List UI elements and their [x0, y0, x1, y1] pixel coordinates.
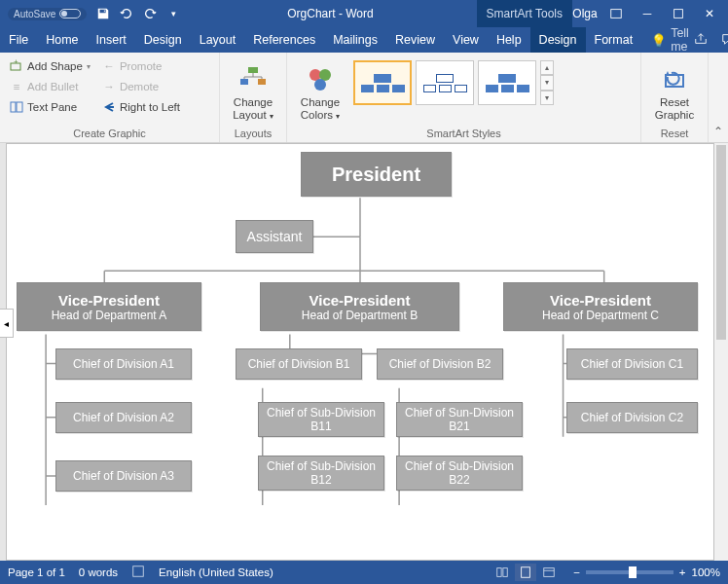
- node-b11[interactable]: Chief of Sub-Division B11: [258, 402, 384, 437]
- rtl-button[interactable]: Right to Left: [98, 97, 184, 117]
- save-icon[interactable]: [92, 3, 114, 24]
- minimize-icon[interactable]: ─: [635, 3, 660, 24]
- node-c1[interactable]: Chief of Division C1: [566, 348, 698, 380]
- view-read-icon[interactable]: [491, 564, 513, 581]
- style-thumb-2[interactable]: [416, 60, 474, 105]
- zoom-in-button[interactable]: +: [679, 566, 686, 578]
- vp-c-sub: Head of Department C: [542, 309, 659, 322]
- qat-more-icon[interactable]: ▾: [163, 3, 184, 24]
- proofing-icon[interactable]: [131, 565, 145, 580]
- scroll-up-icon[interactable]: ▴: [540, 60, 554, 75]
- zoom-slider[interactable]: [586, 570, 673, 574]
- tab-design[interactable]: Design: [135, 27, 191, 53]
- change-layout-label: ChangeLayout ▾: [233, 96, 273, 121]
- node-vp-c[interactable]: Vice-PresidentHead of Department C: [503, 282, 698, 331]
- view-print-icon[interactable]: [515, 564, 536, 581]
- add-shape-icon: +: [10, 59, 23, 73]
- tab-review[interactable]: Review: [386, 27, 444, 53]
- vertical-scrollbar[interactable]: [714, 143, 728, 561]
- demote-button: →Demote: [98, 77, 184, 96]
- node-b12[interactable]: Chief of Sub-Division B12: [258, 456, 384, 491]
- user-name[interactable]: Olga: [572, 3, 598, 24]
- styles-gallery: ▴▾▾: [351, 56, 556, 127]
- zoom-level[interactable]: 100%: [692, 566, 720, 578]
- undo-icon[interactable]: [116, 3, 137, 24]
- redo-icon[interactable]: [139, 3, 161, 24]
- reset-graphic-button[interactable]: ResetGraphic: [647, 56, 702, 127]
- promote-icon: ←: [102, 59, 116, 73]
- style-thumb-3[interactable]: [478, 60, 536, 105]
- tab-smartart-format[interactable]: Format: [586, 27, 642, 53]
- add-shape-button[interactable]: +Add Shape ▾: [6, 56, 94, 76]
- svg-rect-6: [248, 67, 258, 73]
- scroll-down-icon[interactable]: ▾: [540, 75, 554, 90]
- node-a2[interactable]: Chief of Division A2: [55, 402, 192, 433]
- maximize-icon[interactable]: [666, 3, 691, 24]
- a2-label: Chief of Division A2: [73, 411, 174, 424]
- status-language[interactable]: English (United States): [159, 566, 273, 578]
- node-c2[interactable]: Chief of Division C2: [566, 402, 698, 433]
- page[interactable]: President Assistant Vice-PresidentHead o…: [6, 143, 714, 561]
- view-web-icon[interactable]: [538, 564, 560, 581]
- tab-view[interactable]: View: [444, 27, 488, 53]
- vp-b-sub: Head of Department B: [302, 309, 418, 322]
- lightbulb-icon: 💡: [651, 33, 667, 48]
- zoom-out-button[interactable]: −: [573, 566, 580, 578]
- zoom-control: − + 100%: [573, 566, 720, 578]
- tab-file[interactable]: File: [0, 27, 37, 53]
- zoom-knob[interactable]: [629, 566, 637, 578]
- node-a3[interactable]: Chief of Division A3: [55, 460, 192, 492]
- text-pane-button[interactable]: Text Pane: [6, 97, 94, 117]
- style-thumb-1[interactable]: [353, 60, 412, 105]
- svg-text:+: +: [14, 59, 18, 66]
- autosave-toggle[interactable]: AutoSave: [8, 8, 87, 20]
- tab-smartart-design[interactable]: Design: [530, 27, 586, 53]
- share-icon[interactable]: [689, 32, 712, 49]
- svg-rect-14: [497, 568, 501, 577]
- ribbon-options-icon[interactable]: [603, 3, 629, 24]
- reset-graphic-label: ResetGraphic: [655, 96, 694, 121]
- gallery-scroll[interactable]: ▴▾▾: [540, 60, 554, 105]
- node-vp-b[interactable]: Vice-PresidentHead of Department B: [260, 282, 459, 331]
- org-chart[interactable]: President Assistant Vice-PresidentHead o…: [7, 144, 713, 560]
- node-b2[interactable]: Chief of Division B2: [377, 348, 503, 380]
- node-president[interactable]: President: [301, 152, 452, 197]
- tab-home[interactable]: Home: [37, 27, 87, 53]
- node-assistant[interactable]: Assistant: [236, 220, 313, 253]
- svg-rect-15: [503, 568, 507, 577]
- close-icon[interactable]: ✕: [697, 3, 722, 24]
- node-b21[interactable]: Chief of Sun-Division B21: [396, 402, 523, 437]
- change-layout-button[interactable]: ChangeLayout ▾: [226, 56, 280, 127]
- scrollbar-thumb[interactable]: [716, 145, 726, 340]
- promote-label: Promote: [120, 60, 162, 72]
- vp-a-title: Vice-President: [58, 292, 160, 309]
- tab-references[interactable]: References: [244, 27, 324, 53]
- colors-icon: [306, 65, 335, 94]
- c2-label: Chief of Division C2: [581, 411, 683, 424]
- tell-me[interactable]: 💡 Tell me: [641, 26, 689, 54]
- b22-label: Chief of Sub-Division B22: [397, 459, 522, 488]
- group-layouts: ChangeLayout ▾ Layouts: [220, 53, 287, 142]
- gallery-more-icon[interactable]: ▾: [540, 91, 554, 105]
- ribbon: +Add Shape ▾ ≡Add Bullet Text Pane ←Prom…: [0, 53, 728, 143]
- comments-icon[interactable]: [716, 32, 728, 49]
- status-words[interactable]: 0 words: [79, 566, 118, 578]
- node-a1[interactable]: Chief of Division A1: [55, 348, 192, 380]
- tab-insert[interactable]: Insert: [88, 27, 135, 53]
- text-pane-toggle[interactable]: ◂: [0, 309, 14, 338]
- svg-rect-5: [17, 102, 22, 112]
- tab-help[interactable]: Help: [488, 27, 530, 53]
- tab-mailings[interactable]: Mailings: [324, 27, 386, 53]
- svg-rect-16: [522, 567, 530, 578]
- node-b1[interactable]: Chief of Division B1: [236, 348, 362, 380]
- status-page[interactable]: Page 1 of 1: [8, 566, 65, 578]
- tab-layout[interactable]: Layout: [191, 27, 245, 53]
- node-b22[interactable]: Chief of Sub-Division B22: [396, 456, 523, 491]
- collapse-ribbon-icon[interactable]: ⌃: [709, 53, 728, 142]
- b1-label: Chief of Division B1: [248, 357, 350, 371]
- svg-rect-0: [611, 10, 622, 18]
- change-colors-button[interactable]: ChangeColors ▾: [293, 56, 347, 127]
- document-area: President Assistant Vice-PresidentHead o…: [0, 143, 728, 561]
- node-vp-a[interactable]: Vice-PresidentHead of Department A: [17, 282, 201, 331]
- svg-rect-17: [544, 568, 555, 577]
